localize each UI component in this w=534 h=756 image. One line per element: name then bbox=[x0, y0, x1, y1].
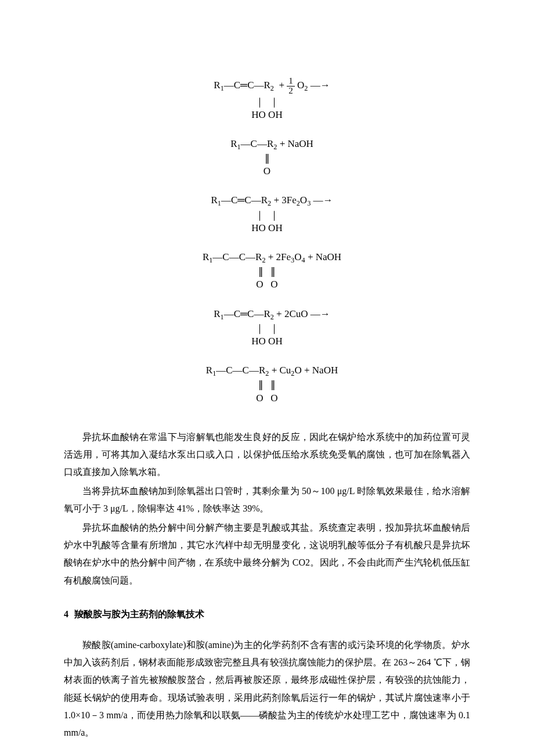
chemical-equations: R1—C═C—R2 + 12 O2 —→ ｜ ｜ HO OH R1—C—R2 +… bbox=[64, 64, 470, 408]
eq-2-bonds: ‖ bbox=[265, 153, 270, 164]
eq-6-bonds: ‖ ‖ bbox=[258, 379, 276, 390]
eq-4-left: R1—C—C—R2 bbox=[203, 251, 266, 262]
eq-2-below: O bbox=[264, 165, 270, 177]
eq-3: R1—C═C—R2 + 3Fe2O3 —→ ｜ ｜ HO OH bbox=[201, 181, 333, 235]
paragraph-3: 异抗坏血酸钠的热分解中间分解产物主要是乳酸或其盐。系统查定表明，投加异抗坏血酸钠… bbox=[64, 519, 470, 590]
paragraph-1: 异抗坏血酸钠在常温下与溶解氧也能发生良好的反应，因此在锅炉给水系统中的加药位置可… bbox=[64, 429, 470, 481]
eq-1-bonds: ｜ ｜ bbox=[255, 96, 280, 107]
eq-3-below: HO OH bbox=[251, 222, 282, 233]
eq-2: R1—C—R2 + NaOH ‖ O bbox=[221, 125, 313, 178]
eq-3-left: R1—C═C—R2 bbox=[211, 195, 271, 206]
section4-p1: 羧酸胺(amine-carboxylate)和胺(amine)为主的化学药剂不含… bbox=[64, 636, 470, 742]
paragraph-2: 当将异抗坏血酸钠加到除氧器出口管时，其剩余量为 50～100 μg/L 时除氧效… bbox=[64, 483, 470, 518]
heading-4: 4羧酸胺与胺为主药剂的除氧技术 bbox=[64, 606, 470, 623]
eq-3-right: + 3Fe2O3 —→ bbox=[271, 195, 333, 206]
eq-4-bonds: ‖ ‖ bbox=[258, 266, 276, 277]
fraction-half: 12 bbox=[287, 77, 295, 96]
eq-5-below: HO OH bbox=[251, 336, 282, 347]
eq-1-left: R1—C═C—R2 bbox=[214, 80, 274, 91]
eq-2-right: + NaOH bbox=[277, 138, 313, 149]
heading-4-title: 羧酸胺与胺为主药剂的除氧技术 bbox=[74, 609, 204, 619]
eq-3-bonds: ｜ ｜ bbox=[255, 210, 280, 221]
eq-1-below: HO OH bbox=[251, 109, 282, 120]
heading-4-num: 4 bbox=[64, 609, 68, 619]
eq-1-right: O2 —→ bbox=[297, 80, 330, 91]
eq-6-left: R1—C—C—R2 bbox=[206, 365, 269, 376]
eq-6: R1—C—C—R2 + Cu2O + NaOH ‖ ‖ O O bbox=[196, 351, 338, 405]
eq-5: R1—C═C—R2 + 2CuO —→ ｜ ｜ HO OH bbox=[204, 294, 330, 348]
eq-4-right: + 2Fe3O4 + NaOH bbox=[266, 251, 342, 262]
eq-1: R1—C═C—R2 + 12 O2 —→ ｜ ｜ HO OH bbox=[204, 64, 330, 121]
eq-2-left: R1—C—R2 bbox=[230, 138, 277, 149]
eq-4: R1—C—C—R2 + 2Fe3O4 + NaOH ‖ ‖ O O bbox=[193, 238, 341, 291]
eq-6-right: + Cu2O + NaOH bbox=[269, 365, 338, 376]
eq-5-bonds: ｜ ｜ bbox=[255, 323, 280, 334]
eq-5-left: R1—C═C—R2 bbox=[214, 308, 274, 319]
eq-4-below: O O bbox=[256, 279, 277, 290]
eq-5-right: + 2CuO —→ bbox=[274, 308, 330, 319]
eq-6-below: O O bbox=[256, 393, 277, 404]
